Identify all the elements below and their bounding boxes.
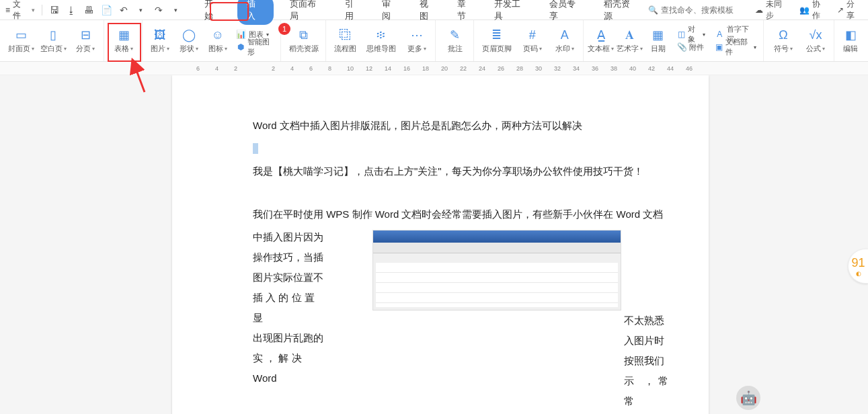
horizontal-ruler[interactable]: 6422468101214161820222426283032343638404… xyxy=(0,62,868,75)
collab-icon: 👥 xyxy=(799,5,810,15)
group-text: A̲文本框▾ 𝐀艺术字▾ ▦日期 ◫对象▾ 📎附件 A首字下沉 ▣文档部件▾ xyxy=(585,20,764,61)
header-label: 页眉页脚 xyxy=(482,44,512,54)
docer-label: 稻壳资源 xyxy=(289,44,319,54)
docer-icon: ⧉ xyxy=(296,28,312,42)
docpart-button[interactable]: ▣文档部件▾ xyxy=(715,41,756,53)
score-value: 91 xyxy=(851,256,865,270)
ruler-tick: 4 xyxy=(215,65,219,72)
embedded-image[interactable] xyxy=(372,230,621,310)
page-content: Word 文档中插入图片排版混乱，图片总是乱跑怎么办，两种方法可以解决 我是【桃… xyxy=(172,75,709,414)
editor-button[interactable]: ◧编辑 xyxy=(838,22,863,60)
undo-caret-icon[interactable]: ▾ xyxy=(136,5,147,15)
flowchart-button[interactable]: ⿻流程图 xyxy=(330,22,361,60)
save-icon[interactable]: 🖫 xyxy=(49,5,60,15)
mindmap-button[interactable]: ፨思维导图 xyxy=(362,22,400,60)
blank-page-button[interactable]: ▯空白页▾ xyxy=(38,22,69,60)
ruler-tick: 40 xyxy=(629,65,636,72)
shape-button[interactable]: ◯形状▾ xyxy=(175,22,203,60)
attach-button[interactable]: 📎附件 xyxy=(677,41,705,53)
score-dot: ◐ xyxy=(856,270,861,277)
ruler-tick: 18 xyxy=(422,65,429,72)
headerfooter-button[interactable]: ≣页眉页脚 xyxy=(478,22,516,60)
group-comment: ✎批注 xyxy=(437,20,474,61)
avatar-face-icon: 🤖 xyxy=(740,390,757,406)
symbol-button[interactable]: Ω符号▾ xyxy=(768,22,799,60)
shape-label: 形状 xyxy=(180,44,194,54)
divider xyxy=(42,5,42,15)
editor-icon: ◧ xyxy=(842,28,859,42)
obj-col: ◫对象▾ 📎附件 xyxy=(673,28,709,53)
ruler-tick: 8 xyxy=(328,65,331,72)
docpart-label: 文档部件 xyxy=(725,37,751,57)
ruler-tick: 46 xyxy=(686,65,693,72)
search-input[interactable] xyxy=(661,5,742,15)
table-label: 表格 xyxy=(114,44,129,54)
object-button[interactable]: ◫对象▾ xyxy=(677,28,705,40)
blank-label: 空白页 xyxy=(40,44,63,54)
picture-label: 图片 xyxy=(151,44,165,54)
wrap-left: 中插入图片因为 操作技巧，当插 图片实际位置不 插 入 的 位 置 显 出现图片… xyxy=(253,227,327,388)
cover-page-button[interactable]: ▭封面页▾ xyxy=(5,22,36,60)
watermark-button[interactable]: A水印▾ xyxy=(549,22,580,60)
date-button[interactable]: ▦日期 xyxy=(645,22,672,60)
comment-button[interactable]: ✎批注 xyxy=(440,22,471,60)
search-icon: 🔍 xyxy=(648,5,658,15)
para-body-top: 我们在平时使用 WPS 制作 Word 文档时会经常需要插入图片，有些新手小伙伴… xyxy=(253,204,668,224)
ruler-tick: 28 xyxy=(516,65,523,72)
sync-status[interactable]: ☁未同步 xyxy=(755,0,790,22)
picture-button[interactable]: 🖼图片▾ xyxy=(147,22,174,60)
ruler-tick: 32 xyxy=(554,65,561,72)
symbol-icon: Ω xyxy=(775,28,791,42)
formula-button[interactable]: √x公式▾ xyxy=(800,22,831,60)
sync-label: 未同步 xyxy=(766,0,790,22)
wordart-icon: 𝐀 xyxy=(621,28,637,42)
symbol-label: 符号 xyxy=(774,44,789,54)
command-search[interactable]: 🔍 xyxy=(648,5,742,15)
file-menu[interactable]: ≡ 文件 ▾ xyxy=(5,0,35,22)
page-break-button[interactable]: ⊟分页▾ xyxy=(70,22,101,60)
ruler-tick: 10 xyxy=(347,65,354,72)
para-title: Word 文档中插入图片排版混乱，图片总是乱跑怎么办，两种方法可以解决 xyxy=(253,116,668,136)
flow-label: 流程图 xyxy=(334,44,356,54)
docer-button[interactable]: ⧉稻壳资源 xyxy=(285,22,323,60)
pagenum-button[interactable]: #页码▾ xyxy=(517,22,548,60)
cloud-icon: ☁ xyxy=(755,5,763,15)
redo-icon[interactable]: ↷ xyxy=(153,5,164,15)
editor-label: 编辑 xyxy=(843,44,858,54)
textbox-button[interactable]: A̲文本框▾ xyxy=(588,22,615,60)
comment-icon: ✎ xyxy=(447,28,463,42)
undo-icon[interactable]: ↶ xyxy=(118,5,129,15)
ruler-tick: 38 xyxy=(610,65,617,72)
qat-more-icon[interactable]: ▾ xyxy=(171,5,182,15)
print-icon[interactable]: 🖶 xyxy=(83,5,94,15)
watermark-icon: A xyxy=(557,28,573,42)
date-label: 日期 xyxy=(651,44,666,54)
assistant-avatar[interactable]: 🤖 xyxy=(736,386,760,410)
icon-button[interactable]: ☺图标▾ xyxy=(204,22,231,60)
wl4: 出现图片乱跑的 xyxy=(253,328,327,348)
collab-button[interactable]: 👥协作 xyxy=(799,0,828,22)
smartart-button[interactable]: ⬢智能图形 xyxy=(237,41,274,53)
text-col2: A首字下沉 ▣文档部件▾ xyxy=(711,28,760,53)
flow-icon: ⿻ xyxy=(338,28,354,42)
document-page[interactable]: Word 文档中插入图片排版混乱，图片总是乱跑怎么办，两种方法可以解决 我是【桃… xyxy=(172,75,709,414)
break-icon: ⊟ xyxy=(77,28,93,42)
table-button[interactable]: ▦表格▾ xyxy=(108,22,139,60)
more-label: 更多 xyxy=(407,44,422,54)
share-button[interactable]: ↗分享 xyxy=(837,0,863,22)
group-headerfooter: ≣页眉页脚 #页码▾ A水印▾ xyxy=(475,20,584,61)
para-intro: 我是【桃大喵学习记】，点击右上方"关注"，每天为你分享职场办公软件使用技巧干货！ xyxy=(253,161,668,181)
icon-label: 图标 xyxy=(208,44,223,54)
ruler-tick: 22 xyxy=(460,65,467,72)
quick-access-toolbar: ≡ 文件 ▾ 🖫 ⭳ 🖶 📄 ↶ ▾ ↷ ▾ 开始 插入 页面布局 引用 审阅 … xyxy=(0,0,868,20)
iconlib-icon: ☺ xyxy=(210,28,226,42)
comment-label: 批注 xyxy=(448,44,463,54)
ruler-tick: 24 xyxy=(479,65,485,72)
export-icon[interactable]: ⭳ xyxy=(66,5,77,15)
wordart-button[interactable]: 𝐀艺术字▾ xyxy=(616,22,643,60)
wl1: 操作技巧，当插 xyxy=(253,247,327,267)
more-button[interactable]: ⋯更多▾ xyxy=(401,22,432,60)
ruler-tick: 6 xyxy=(309,65,313,72)
print-preview-icon[interactable]: 📄 xyxy=(101,5,112,15)
share-icon: ↗ xyxy=(837,5,844,15)
